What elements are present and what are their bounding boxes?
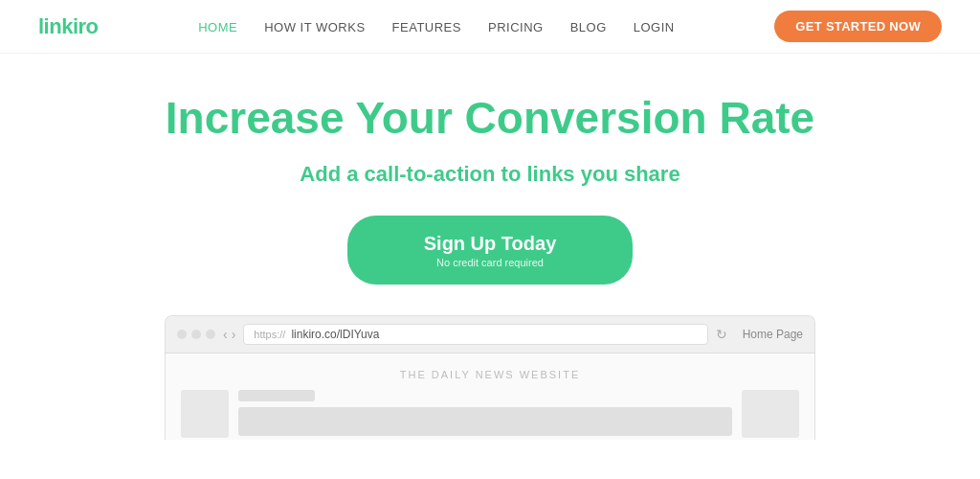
browser-content: THE DAILY NEWS WEBSITE bbox=[166, 354, 814, 440]
dot-green bbox=[206, 330, 215, 339]
site-title: THE DAILY NEWS WEBSITE bbox=[181, 369, 799, 380]
forward-icon[interactable]: › bbox=[232, 327, 236, 342]
nav-links: HOME HOW IT WORKS FEATURES PRICING BLOG … bbox=[198, 18, 675, 35]
browser-bar: ‹ › https:// linkiro.co/lDIYuva ↻ Home P… bbox=[166, 316, 814, 354]
nav-link-blog[interactable]: BLOG bbox=[570, 20, 607, 34]
dot-red bbox=[177, 330, 187, 339]
signup-sublabel: No credit card required bbox=[436, 256, 544, 269]
bc-sidebar bbox=[181, 390, 229, 438]
url-text: linkiro.co/lDIYuva bbox=[291, 328, 379, 341]
refresh-icon[interactable]: ↻ bbox=[716, 327, 727, 342]
bc-block-tall bbox=[238, 407, 732, 436]
browser-nav: ‹ › bbox=[223, 327, 235, 342]
nav-item-login[interactable]: LOGIN bbox=[634, 18, 675, 35]
subtitle-suffix: to links you share bbox=[495, 162, 679, 186]
nav-item-blog[interactable]: BLOG bbox=[570, 18, 607, 35]
nav-item-features[interactable]: FEATURES bbox=[392, 18, 461, 35]
url-prefix: https:// bbox=[254, 329, 285, 340]
browser-url-bar[interactable]: https:// linkiro.co/lDIYuva bbox=[243, 324, 707, 345]
dot-yellow bbox=[191, 330, 201, 339]
subtitle-highlight: call-to-action bbox=[365, 162, 496, 186]
browser-layout bbox=[181, 390, 799, 438]
nav-link-home[interactable]: HOME bbox=[198, 20, 237, 34]
back-icon[interactable]: ‹ bbox=[223, 327, 228, 342]
get-started-button[interactable]: GET STARTED NOW bbox=[774, 11, 942, 42]
subtitle-prefix: Add a bbox=[300, 162, 364, 186]
nav-item-how[interactable]: HOW IT WORKS bbox=[264, 18, 365, 35]
nav-link-login[interactable]: LOGIN bbox=[634, 20, 675, 34]
home-page-label: Home Page bbox=[743, 328, 803, 341]
bc-main bbox=[238, 390, 732, 438]
navbar: linkiro HOME HOW IT WORKS FEATURES PRICI… bbox=[0, 0, 980, 54]
nav-item-pricing[interactable]: PRICING bbox=[488, 18, 544, 35]
hero-subtitle: Add a call-to-action to links you share bbox=[300, 162, 679, 187]
signup-label: Sign Up Today bbox=[424, 231, 557, 256]
signup-button[interactable]: Sign Up Today No credit card required bbox=[347, 216, 634, 285]
browser-mockup: ‹ › https:// linkiro.co/lDIYuva ↻ Home P… bbox=[165, 315, 815, 440]
nav-link-pricing[interactable]: PRICING bbox=[488, 20, 544, 34]
nav-link-features[interactable]: FEATURES bbox=[392, 20, 461, 34]
hero-title: Increase Your Conversion Rate bbox=[166, 94, 814, 143]
browser-dots bbox=[177, 330, 215, 339]
nav-item-home[interactable]: HOME bbox=[198, 18, 237, 35]
hero-section: Increase Your Conversion Rate Add a call… bbox=[0, 54, 980, 440]
logo[interactable]: linkiro bbox=[38, 14, 99, 39]
bc-block-short bbox=[238, 390, 315, 401]
nav-link-how[interactable]: HOW IT WORKS bbox=[264, 20, 365, 34]
bc-right bbox=[742, 390, 799, 438]
